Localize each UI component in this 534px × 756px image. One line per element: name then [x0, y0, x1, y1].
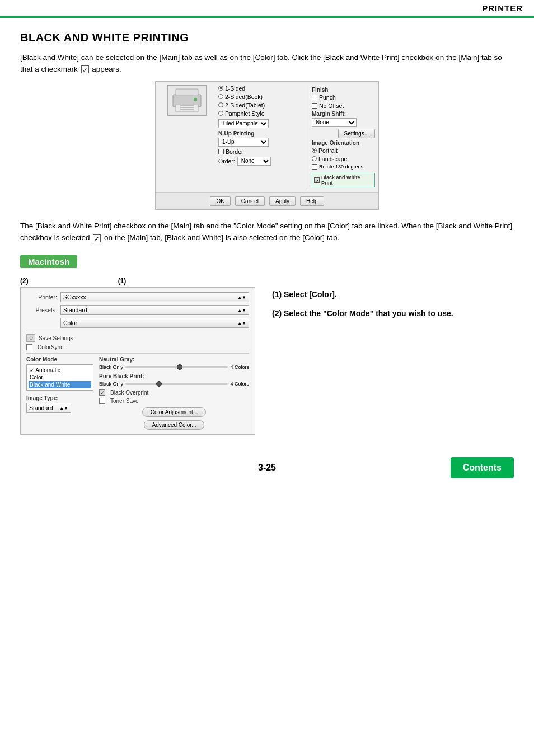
intro-text2: appears. [92, 65, 121, 73]
mac-printer-arrow: ▲▼ [237, 295, 246, 300]
mac-pure-black-thumb [156, 381, 162, 387]
mac-panel-value: Color [63, 320, 77, 326]
footer: 3-25 Contents [20, 452, 514, 478]
mac-printer-row: Printer: SCxxxxx ▲▼ [26, 292, 249, 302]
step2-label-top: (2) [20, 277, 29, 285]
svg-rect-5 [180, 109, 194, 110]
order-select[interactable]: None [237, 157, 271, 166]
finish-label: Finish [312, 87, 375, 93]
punch-checkbox [312, 95, 317, 100]
mac-panel-row: Color ▲▼ [26, 318, 249, 328]
windows-dialog-screenshot: 1-Sided 2-Sided(Book) 2-Sided(Tablet) Pa… [155, 81, 379, 210]
landscape-radio [312, 156, 317, 161]
step1-label-top: (1) [118, 277, 127, 285]
portrait-radio [312, 148, 317, 153]
mac-black-overprint-check: ✓ [99, 389, 105, 396]
instruction-step1-text: (1) Select [Color]. [272, 290, 337, 299]
mac-save-settings-row: ⚙ Save Settings [26, 334, 249, 342]
margin-shift-select[interactable]: None [312, 118, 357, 127]
dialog-buttons: OK Cancel Apply Help [156, 192, 378, 209]
radio-pamphlet [218, 111, 223, 116]
mac-panel-select[interactable]: Color ▲▼ [60, 318, 249, 328]
border-checkbox [218, 149, 224, 154]
dialog-left-panel [159, 85, 215, 189]
printer-icon [167, 85, 207, 116]
contents-btn[interactable]: Contents [451, 457, 514, 478]
radio-pamphlet-label: Pamphlet Style [225, 110, 265, 117]
mac-toner-save-label: Toner Save [110, 398, 139, 404]
punch-label: Punch [319, 94, 336, 101]
mac-divider1 [26, 331, 249, 331]
svg-rect-4 [180, 107, 194, 108]
portrait-label: Portrait [318, 147, 338, 154]
bw-print-checkbox: ✓ [314, 177, 320, 183]
mac-presets-value: Standard [63, 307, 87, 313]
mac-divider2 [26, 353, 249, 354]
mac-color-bw-label: Black and White [30, 382, 70, 388]
mac-neutral-gray-slider[interactable] [125, 366, 228, 368]
mac-color-color-label: Color [30, 374, 43, 381]
advanced-color-btn-label: Advanced Color... [152, 422, 196, 428]
mac-colorsync-label: ColorSync [38, 344, 63, 350]
mac-pure-black-slider-row: Black Only 4 Colors [99, 381, 249, 387]
ok-btn[interactable]: OK [210, 196, 230, 206]
mac-pure-black-slider[interactable] [125, 383, 228, 385]
mac-colorsync-row: ColorSync [26, 344, 249, 350]
instruction-step2-text: (2) Select the "Color Mode" that you wis… [272, 309, 453, 318]
mac-black-overprint-label: Black Overprint [110, 389, 148, 396]
advanced-color-btn[interactable]: Advanced Color... [144, 420, 205, 430]
radio-2sided-tablet-label: 2-Sided(Tablet) [225, 102, 265, 109]
bw-print-label: Black and White Print [321, 175, 373, 186]
cancel-btn[interactable]: Cancel [235, 196, 265, 206]
margin-shift-label: Margin Shift: [312, 111, 375, 117]
mac-neutral-gray-thumb [177, 364, 182, 370]
mac-black-only-label2: Black Only [99, 381, 123, 387]
mac-btn-row: Color Adjustment... [99, 407, 249, 417]
mac-pure-black-label: Pure Black Print: [99, 373, 249, 379]
linked-paragraph: The [Black and White Print] checkbox on … [20, 220, 514, 244]
mac-color-item-bw[interactable]: Black and White [29, 381, 91, 388]
mac-four-colors-label1: 4 Colors [230, 364, 249, 370]
mac-printer-select[interactable]: SCxxxxx ▲▼ [60, 292, 249, 302]
mac-right-col: Neutral Gray: Black Only 4 Colors Pure B… [99, 356, 249, 430]
mac-color-mode-list: ✓ Automatic Color Black and White [26, 364, 93, 391]
instruction-step1: (1) Select [Color]. [272, 288, 514, 302]
binding-select[interactable]: Tiled Pamphlet [218, 119, 269, 128]
mac-printer-label: Printer: [26, 294, 57, 300]
dialog-center-panel: 1-Sided 2-Sided(Book) 2-Sided(Tablet) Pa… [218, 85, 305, 189]
mac-save-settings-label: Save Settings [39, 335, 73, 341]
header-title: PRINTER [482, 3, 523, 13]
mac-color-item-color[interactable]: Color [29, 374, 91, 381]
mac-presets-select[interactable]: Standard ▲▼ [60, 305, 249, 315]
border-label: Border [226, 148, 243, 155]
intro-paragraph: [Black and White] can be selected on the… [20, 52, 514, 76]
mac-image-type-label: Image Type: [26, 395, 93, 401]
checkbox-icon [81, 65, 89, 73]
dialog-right-panel: Finish Punch No Offset Margin Shift: Non… [308, 85, 375, 189]
mac-left-col: Color Mode ✓ Automatic Color Black and W… [26, 356, 93, 430]
svg-rect-3 [180, 105, 194, 106]
nup-select[interactable]: 1-Up [218, 138, 269, 147]
no-offset-checkbox [312, 103, 317, 109]
mac-black-overprint-row: ✓ Black Overprint [99, 389, 249, 396]
mac-neutral-gray-label: Neutral Gray: [99, 356, 249, 363]
nup-section-label: N-Up Printing [218, 130, 305, 137]
help-btn[interactable]: Help [300, 196, 324, 206]
mac-presets-label: Presets: [26, 307, 57, 313]
rotate-label: Rotate 180 degrees [319, 164, 363, 170]
radio-2sided-tablet [218, 102, 223, 107]
settings-btn[interactable]: Settings... [338, 129, 375, 138]
mac-image-type-arrow: ▲▼ [59, 406, 68, 411]
color-adjustment-btn[interactable]: Color Adjustment... [142, 407, 206, 417]
mac-four-colors-label2: 4 Colors [230, 381, 249, 387]
mac-color-item-automatic[interactable]: ✓ Automatic [29, 367, 91, 374]
mac-image-type-select[interactable]: Standard ▲▼ [26, 403, 71, 413]
mac-toner-save-row: Toner Save [99, 398, 249, 404]
mac-settings-icon: ⚙ [26, 334, 35, 342]
main-content: BLACK AND WHITE PRINTING [Black and Whit… [0, 18, 534, 499]
rotate-checkbox [312, 164, 317, 170]
mac-printer-value: SCxxxxx [63, 294, 86, 300]
linked-text2: on the [Main] tab, [Black and White] is … [104, 233, 339, 242]
apply-btn[interactable]: Apply [269, 196, 296, 206]
section-title: BLACK AND WHITE PRINTING [20, 31, 514, 44]
